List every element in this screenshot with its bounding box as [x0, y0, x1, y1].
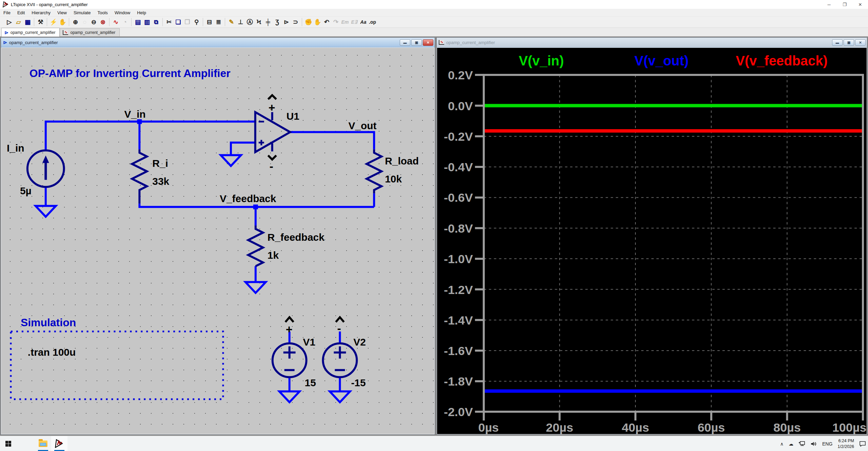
zoom-full-icon[interactable]: ⊗	[98, 18, 107, 27]
print-icon[interactable]: ⊟	[205, 18, 214, 27]
cascade-icon[interactable]: ⧉	[152, 18, 161, 27]
ground-r-feedback[interactable]	[245, 282, 266, 293]
menu-view[interactable]: View	[54, 9, 70, 16]
copy-icon[interactable]: ❏	[174, 18, 183, 27]
waveform-maximize-button[interactable]: ▣	[844, 39, 854, 46]
voltage-source-v2[interactable]	[323, 343, 357, 377]
spice-directive-icon[interactable]: .op	[368, 18, 377, 27]
action-center-icon[interactable]	[859, 441, 866, 447]
network-icon[interactable]	[798, 441, 805, 447]
net-label-v-in[interactable]: V_in	[124, 109, 145, 120]
waveform-minimize-button[interactable]: ▬	[832, 39, 843, 46]
tray-chevron-icon[interactable]: ∧	[780, 441, 784, 447]
ground-i-in[interactable]	[36, 206, 56, 217]
drag-icon[interactable]: ✋	[313, 18, 322, 27]
resistor-icon[interactable]: Ϟ	[254, 18, 263, 27]
schematic-minimize-button[interactable]: ▬	[400, 39, 410, 46]
open-file-icon[interactable]: ▱	[14, 18, 23, 27]
opamp-name[interactable]: U1	[287, 111, 299, 122]
schematic-canvas[interactable]: OP-AMP for Inverting Current Amplifier	[1, 48, 434, 434]
taskbar-clock[interactable]: 6:24 PM 1/2/2026	[837, 438, 854, 450]
app-close-button[interactable]: ✕	[852, 0, 868, 9]
schematic-close-button[interactable]: ✕	[423, 39, 433, 46]
move-icon[interactable]: ✊	[304, 18, 313, 27]
menu-simulate[interactable]: Simulate	[70, 9, 94, 16]
legend-v-feedback[interactable]: V(v_feedback)	[736, 53, 828, 68]
speaker-icon[interactable]	[810, 441, 817, 447]
print-setup-icon[interactable]: ≣	[214, 18, 223, 27]
r-feedback-name[interactable]: R_feedback	[268, 232, 324, 243]
waveform-plot[interactable]: V(v_in) V(v_out) V(v_feedback)	[437, 48, 867, 434]
onedrive-cloud-icon[interactable]: ☁	[789, 441, 793, 447]
menu-hierarchy[interactable]: Hierarchy	[28, 9, 54, 16]
autorange-icon[interactable]: ∿	[111, 18, 120, 27]
voltage-source-v1[interactable]	[273, 343, 307, 377]
tile-vertical-icon[interactable]: ▤	[133, 18, 142, 27]
r-load-value[interactable]: 10k	[385, 173, 402, 184]
current-source-i-in[interactable]	[27, 150, 64, 187]
r-load-name[interactable]: R_load	[385, 155, 419, 166]
ground-opamp-plus[interactable]	[221, 155, 241, 166]
app-maximize-button[interactable]: ❐	[837, 0, 852, 9]
diode-icon[interactable]: ⊳	[282, 18, 291, 27]
net-label-v-out[interactable]: V_out	[348, 120, 376, 131]
inductor-icon[interactable]: Ʒ	[273, 18, 282, 27]
component-icon[interactable]: ⊃	[291, 18, 300, 27]
taskbar-file-explorer[interactable]	[35, 436, 51, 451]
spice-directive-text[interactable]: .tran 100u	[28, 347, 76, 358]
i-in-name[interactable]: I_in	[7, 142, 24, 154]
tab-waveform[interactable]: ∿ opamp_current_amplifier	[60, 28, 120, 36]
new-schematic-icon[interactable]: ▷	[5, 18, 14, 27]
resistor-r-i[interactable]	[132, 149, 147, 203]
v1-value[interactable]: 15	[305, 377, 316, 388]
zoom-out-icon[interactable]: ⊖	[89, 18, 98, 27]
tile-horizontal-icon[interactable]: ▥	[142, 18, 152, 27]
svg-text:100µs: 100µs	[832, 420, 867, 434]
i-in-value[interactable]: 5µ	[20, 185, 32, 196]
run-icon[interactable]: ⚡	[49, 18, 58, 27]
ground-v2[interactable]	[330, 391, 350, 402]
legend-v-in[interactable]: V(v_in)	[519, 53, 564, 68]
svg-text:60µs: 60µs	[697, 420, 725, 434]
opamp-u1[interactable]	[255, 112, 290, 152]
simulation-heading[interactable]: Simulation	[21, 316, 76, 329]
ground-icon[interactable]: ⊥	[236, 18, 245, 27]
schematic-title-text[interactable]: OP-AMP for Inverting Current Amplifier	[29, 67, 231, 79]
v2-value[interactable]: -15	[351, 377, 366, 388]
start-button[interactable]	[0, 436, 16, 451]
net-label-v-feedback[interactable]: V_feedback	[220, 193, 276, 204]
v2-name[interactable]: V2	[353, 336, 366, 348]
menu-tools[interactable]: Tools	[94, 9, 111, 16]
text-icon[interactable]: Aa	[359, 18, 368, 27]
legend-v-out[interactable]: V(v_out)	[634, 53, 689, 68]
r-i-value[interactable]: 33k	[152, 176, 169, 187]
menu-help[interactable]: Help	[134, 9, 150, 16]
taskbar-ltspice[interactable]	[51, 436, 67, 451]
tab-schematic[interactable]: ⊳ opamp_current_amplifier	[1, 28, 60, 37]
tray-language[interactable]: ENG	[822, 441, 832, 447]
cut-icon[interactable]: ✂	[164, 18, 174, 27]
menu-file[interactable]: File	[0, 9, 14, 16]
waveform-close-button[interactable]: ✕	[855, 39, 866, 46]
control-panel-icon[interactable]: ⚒	[36, 18, 45, 27]
app-minimize-button[interactable]: ─	[821, 0, 837, 9]
menu-window[interactable]: Window	[111, 9, 134, 16]
find-icon[interactable]: ⚲	[192, 18, 201, 27]
save-icon[interactable]: ▦	[23, 18, 32, 27]
ground-v1[interactable]	[279, 391, 300, 402]
v1-name[interactable]: V1	[303, 336, 316, 348]
menu-edit[interactable]: Edit	[14, 9, 28, 16]
waveform-window-titlebar[interactable]: ∿ opamp_current_amplifier ▬ ▣ ✕	[437, 38, 867, 47]
schematic-maximize-button[interactable]: ▣	[411, 39, 422, 46]
wire-icon[interactable]: ✎	[227, 18, 236, 27]
zoom-in-icon[interactable]: ⊕	[71, 18, 80, 27]
undo-icon[interactable]: ↶	[322, 18, 331, 27]
schematic-window-titlebar[interactable]: ⊳ opamp_current_amplifier ▬ ▣ ✕	[1, 38, 435, 47]
resistor-r-feedback[interactable]	[248, 225, 263, 266]
r-i-name[interactable]: R_i	[152, 158, 168, 169]
net-label-icon[interactable]: Ⓐ	[245, 18, 254, 27]
r-feedback-value[interactable]: 1k	[268, 250, 279, 261]
waveform-window: ∿ opamp_current_amplifier ▬ ▣ ✕ V(v_in) …	[436, 37, 867, 435]
resistor-r-load[interactable]	[367, 149, 381, 193]
capacitor-icon[interactable]: ╪	[263, 18, 273, 27]
